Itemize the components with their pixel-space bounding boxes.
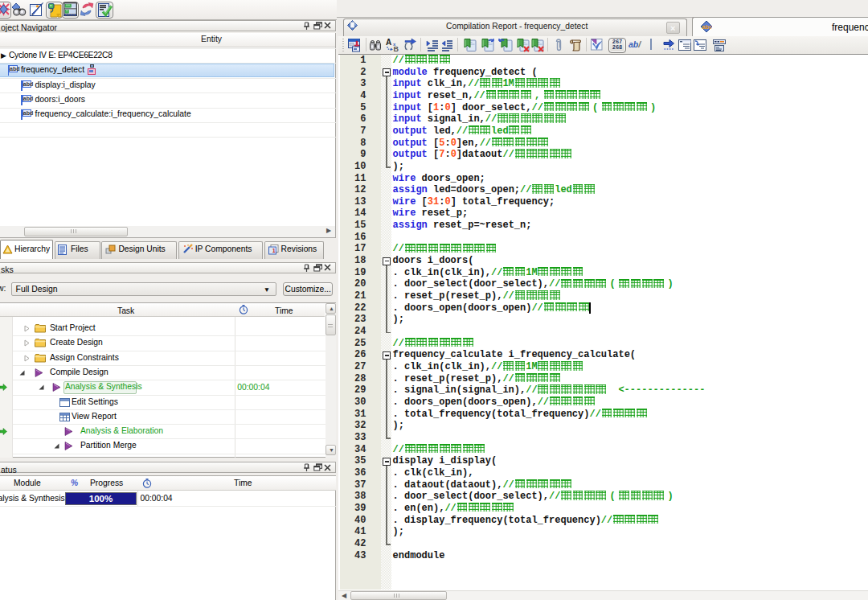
- svg-text:abc: abc: [702, 24, 712, 30]
- svg-text:B: B: [393, 45, 399, 53]
- svg-text:1: 1: [272, 248, 275, 253]
